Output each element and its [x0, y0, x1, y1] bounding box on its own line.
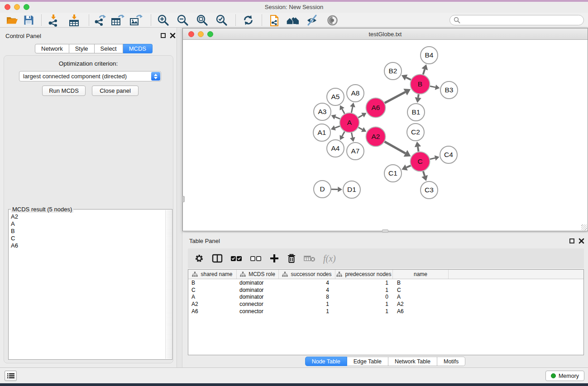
float-table-panel-icon[interactable]: [569, 238, 574, 243]
node-A5[interactable]: A5: [327, 88, 344, 105]
add-row-icon[interactable]: [269, 253, 279, 263]
node-B3[interactable]: B3: [440, 81, 458, 99]
node-B[interactable]: B: [411, 75, 430, 94]
node-D1[interactable]: D1: [343, 181, 360, 198]
import-network-button[interactable]: [47, 14, 60, 26]
edge-A-A5[interactable]: [339, 105, 344, 114]
close-panel-button[interactable]: Close panel: [92, 86, 139, 96]
node-D[interactable]: D: [314, 181, 331, 198]
node-A[interactable]: A: [340, 113, 359, 133]
edge-C-C1[interactable]: [402, 164, 411, 170]
tab-select[interactable]: Select: [95, 44, 123, 53]
node-B4[interactable]: B4: [421, 47, 438, 64]
edge-A6-B[interactable]: [385, 89, 411, 103]
table-row[interactable]: Adominator80A: [188, 293, 583, 300]
edge-A-A4[interactable]: [339, 132, 344, 140]
mcds-result-item[interactable]: A: [9, 220, 165, 228]
split-table-icon[interactable]: [212, 253, 223, 263]
edge-A-A8[interactable]: [350, 103, 355, 113]
node-C2[interactable]: C2: [407, 124, 424, 141]
select-all-icon[interactable]: [230, 253, 242, 263]
search-input[interactable]: [449, 15, 584, 25]
table-row[interactable]: Bdominator41B: [188, 279, 583, 286]
edge-C-C2[interactable]: [415, 142, 421, 152]
resize-grip-icon[interactable]: [581, 224, 587, 230]
edge-C-C4[interactable]: [430, 155, 440, 161]
tab-edge-table[interactable]: Edge Table: [347, 357, 388, 366]
horizontal-scroll-notch[interactable]: [382, 229, 388, 233]
edge-A-A7[interactable]: [350, 133, 355, 142]
edge-A-A1[interactable]: [331, 125, 340, 130]
save-session-button[interactable]: [24, 14, 34, 26]
edge-A-A6[interactable]: [359, 113, 367, 118]
table-row[interactable]: A2connector11A2: [188, 300, 583, 308]
column-header-mcds-role[interactable]: MCDS role: [237, 270, 279, 279]
node-A1[interactable]: A1: [313, 124, 330, 141]
column-header-successor-nodes[interactable]: successor nodes: [279, 270, 335, 279]
mcds-result-item[interactable]: A2: [9, 213, 165, 220]
export-network-button[interactable]: [94, 14, 106, 26]
tab-motifs[interactable]: Motifs: [437, 357, 465, 366]
column-header-name[interactable]: name: [393, 270, 449, 279]
mcds-result-item[interactable]: B: [9, 228, 165, 235]
edge-A2-C[interactable]: [385, 142, 411, 157]
refresh-button[interactable]: [242, 14, 254, 26]
node-A7[interactable]: A7: [347, 143, 364, 160]
tab-network[interactable]: Network: [35, 44, 69, 53]
table-row[interactable]: A6connector11A6: [188, 308, 583, 315]
function-builder-button[interactable]: f(x): [323, 253, 336, 264]
node-A4[interactable]: A4: [327, 140, 344, 157]
table-row[interactable]: Cdominator41C: [188, 286, 583, 294]
node-B2[interactable]: B2: [384, 62, 402, 80]
mcds-result-item[interactable]: A6: [9, 242, 165, 249]
tab-node-table[interactable]: Node Table: [305, 357, 347, 366]
task-history-button[interactable]: [5, 371, 17, 381]
export-image-button[interactable]: [129, 14, 143, 26]
edge-B-B2[interactable]: [402, 75, 411, 81]
deselect-all-icon[interactable]: [250, 253, 262, 263]
vertical-scroll-notch[interactable]: [182, 196, 185, 202]
close-table-panel-icon[interactable]: [578, 238, 584, 244]
node-C4[interactable]: C4: [440, 146, 457, 163]
open-session-button[interactable]: [6, 14, 18, 26]
edge-B-B3[interactable]: [430, 85, 440, 90]
edge-B-B1[interactable]: [415, 94, 421, 103]
tab-mcds[interactable]: MCDS: [123, 44, 153, 53]
delete-row-trash-icon[interactable]: [287, 253, 296, 263]
network-canvas[interactable]: B4B2BB3A8A5A6A3B1AA1C2A2A4A7C4CC1DD1C3: [183, 40, 588, 231]
import-table-button[interactable]: [68, 14, 81, 26]
delete-table-icon[interactable]: [304, 254, 316, 263]
node-C3[interactable]: C3: [421, 181, 438, 199]
node-C1[interactable]: C1: [384, 165, 402, 182]
edge-A-A2[interactable]: [359, 127, 366, 132]
edge-D-D1[interactable]: [331, 187, 342, 192]
tab-style[interactable]: Style: [69, 44, 95, 53]
result-list-scrollbar[interactable]: [165, 210, 172, 359]
export-table-button[interactable]: [111, 14, 124, 26]
node-B1[interactable]: B1: [407, 104, 425, 121]
column-header-shared-name[interactable]: shared name: [188, 270, 237, 279]
edge-A-A3[interactable]: [331, 114, 340, 119]
show-details-button[interactable]: [326, 14, 339, 26]
settings-gear-icon[interactable]: [194, 253, 204, 263]
clone-network-button[interactable]: [268, 14, 281, 26]
zoom-selected-button[interactable]: [215, 14, 228, 26]
run-mcds-button[interactable]: Run MCDS: [42, 86, 86, 96]
column-header-predecessor-nodes[interactable]: predecessor nodes: [335, 270, 393, 279]
zoom-in-button[interactable]: [157, 14, 170, 26]
node-A8[interactable]: A8: [347, 85, 364, 102]
node-C[interactable]: C: [411, 152, 430, 172]
node-A3[interactable]: A3: [314, 103, 331, 120]
node-A2[interactable]: A2: [366, 127, 386, 147]
hide-details-button[interactable]: [306, 14, 318, 26]
close-panel-icon[interactable]: [170, 33, 176, 38]
tab-network-table[interactable]: Network Table: [388, 357, 437, 366]
home-layout-button[interactable]: [286, 14, 300, 26]
edge-C-C3[interactable]: [421, 171, 428, 181]
zoom-fit-button[interactable]: [196, 14, 209, 26]
criterion-dropdown[interactable]: largest connected component (directed): [19, 71, 161, 81]
mcds-result-item[interactable]: C: [9, 235, 165, 242]
edge-B-B4[interactable]: [421, 64, 428, 74]
node-A6[interactable]: A6: [366, 98, 386, 118]
zoom-out-button[interactable]: [177, 14, 189, 26]
